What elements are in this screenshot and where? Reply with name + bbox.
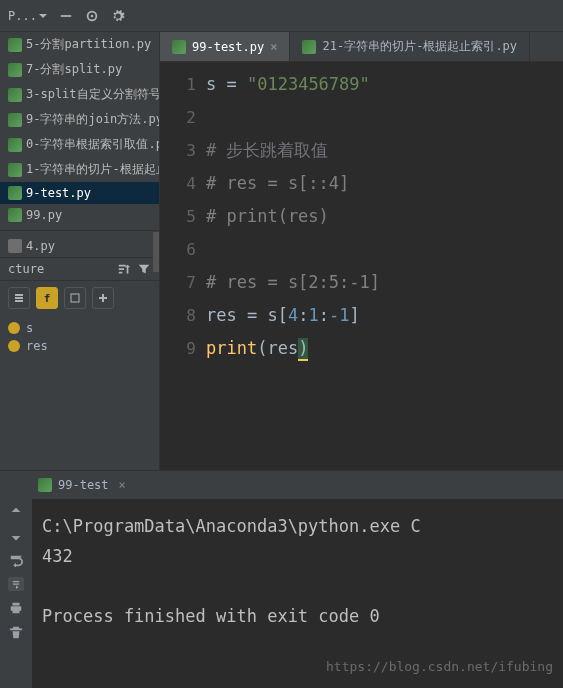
gear-icon[interactable] — [111, 9, 125, 23]
project-dropdown[interactable]: P... — [8, 9, 47, 23]
run-tab-bar: 99-test × — [0, 471, 563, 499]
wrap-icon[interactable] — [8, 553, 24, 567]
run-tab[interactable]: 99-test × — [28, 474, 136, 496]
file-row[interactable]: 99.py — [0, 204, 159, 226]
file-row[interactable]: 7-分割split.py — [0, 57, 159, 82]
sort-icon[interactable] — [117, 262, 131, 276]
collapse-icon[interactable] — [59, 9, 73, 23]
file-row[interactable]: 5-分割partition.py — [0, 32, 159, 57]
watermark: https://blog.csdn.net/ifubing — [326, 652, 553, 682]
scroll-end-icon[interactable] — [8, 577, 24, 591]
run-panel: 99-test × C:\ProgramData\Anaconda3\pytho… — [0, 470, 563, 688]
file-row[interactable]: 1-字符串的切片-根据起止 — [0, 157, 159, 182]
file-row[interactable]: 9-字符串的join方法.py — [0, 107, 159, 132]
code-lines[interactable]: s = "0123456789" # 步长跳着取值# res = s[::4]#… — [206, 68, 563, 470]
editor-tab[interactable]: 99-test.py× — [160, 32, 290, 61]
code-editor: 99-test.py×21-字符串的切片-根据起止索引.py 123456789… — [160, 32, 563, 470]
structure-items: sres — [0, 315, 159, 359]
trash-icon[interactable] — [9, 625, 23, 639]
structure-header: cture — [0, 257, 159, 281]
close-icon[interactable]: × — [270, 40, 277, 54]
main-toolbar: P... — [0, 0, 563, 32]
svg-point-1 — [91, 14, 94, 17]
filter-icon[interactable] — [137, 262, 151, 276]
editor-tabs: 99-test.py×21-字符串的切片-根据起止索引.py — [160, 32, 563, 62]
structure-title: cture — [8, 262, 44, 276]
scratch-file[interactable]: 4.py — [0, 235, 159, 257]
structure-btn-1[interactable] — [8, 287, 30, 309]
target-icon[interactable] — [85, 9, 99, 23]
project-sidebar: 5-分割partition.py7-分割split.py3-split自定义分割… — [0, 32, 160, 470]
file-row[interactable]: 9-test.py — [0, 182, 159, 204]
structure-item[interactable]: res — [8, 337, 151, 355]
file-row[interactable]: 3-split自定义分割符号.py — [0, 82, 159, 107]
structure-btn-4[interactable] — [92, 287, 114, 309]
down-icon[interactable] — [9, 529, 23, 543]
print-icon[interactable] — [9, 601, 23, 615]
svg-rect-2 — [71, 294, 79, 302]
scrollbar-thumb[interactable] — [153, 232, 159, 272]
structure-btn-3[interactable] — [64, 287, 86, 309]
structure-toolbar: f — [0, 281, 159, 315]
line-gutter: 123456789 — [160, 68, 206, 470]
run-toolbar — [0, 499, 32, 688]
file-list: 5-分割partition.py7-分割split.py3-split自定义分割… — [0, 32, 159, 226]
file-row[interactable]: 0-字符串根据索引取值.py — [0, 132, 159, 157]
structure-item[interactable]: s — [8, 319, 151, 337]
structure-btn-fields[interactable]: f — [36, 287, 58, 309]
console-output[interactable]: C:\ProgramData\Anaconda3\python.exe C432… — [32, 499, 563, 688]
up-icon[interactable] — [9, 505, 23, 519]
editor-tab[interactable]: 21-字符串的切片-根据起止索引.py — [290, 32, 530, 61]
